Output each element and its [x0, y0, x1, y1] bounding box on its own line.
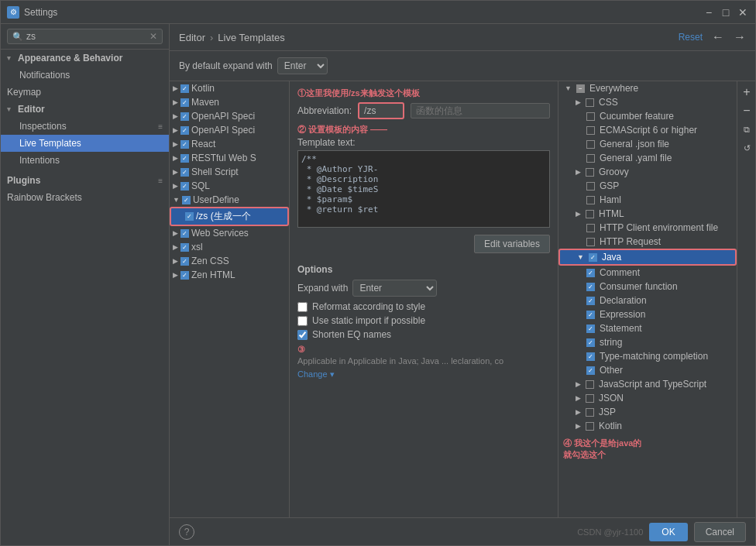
- sidebar-item-rainbow-brackets[interactable]: Rainbow Brackets: [1, 189, 169, 206]
- sidebar-item-appearance[interactable]: ▾ Appearance & Behavior: [1, 50, 169, 67]
- tree-item-webservices[interactable]: ▶ ✓ Web Services: [170, 226, 289, 240]
- check-cucumber[interactable]: [586, 112, 595, 121]
- check-groovy[interactable]: [586, 168, 594, 177]
- ctx-js-ts[interactable]: ▶ JavaScript and TypeScript: [558, 377, 737, 391]
- check-java[interactable]: ✓: [589, 253, 597, 262]
- tree-item-openapi1[interactable]: ▶ ✓ OpenAPI Speci: [170, 109, 289, 123]
- sidebar-item-live-templates[interactable]: Live Templates: [1, 135, 169, 152]
- edit-variables-button[interactable]: Edit variables: [474, 235, 550, 253]
- description-input[interactable]: [411, 103, 550, 118]
- ctx-haml[interactable]: Haml: [558, 193, 737, 207]
- tree-item-openapi2[interactable]: ▶ ✓ OpenAPI Speci: [170, 123, 289, 137]
- sidebar-item-plugins[interactable]: Plugins ≡: [1, 172, 169, 189]
- check-css[interactable]: [586, 98, 594, 107]
- sidebar-item-intentions[interactable]: Intentions: [1, 152, 169, 169]
- remove-button[interactable]: −: [739, 103, 754, 118]
- sidebar-item-inspections[interactable]: Inspections ≡: [1, 118, 169, 135]
- tree-item-shell[interactable]: ▶ ✓ Shell Script: [170, 165, 289, 179]
- maximize-button[interactable]: □: [720, 6, 732, 19]
- check-expression[interactable]: ✓: [586, 311, 595, 319]
- tree-item-userdefine[interactable]: ▼ ✓ UserDefine: [170, 193, 289, 207]
- add-button[interactable]: +: [739, 84, 754, 100]
- ok-button[interactable]: OK: [649, 523, 687, 541]
- check-consumer[interactable]: ✓: [586, 283, 595, 291]
- ctx-gsp[interactable]: GSP: [558, 179, 737, 193]
- sidebar-item-notifications[interactable]: Notifications: [1, 67, 169, 84]
- sidebar-item-editor[interactable]: ▾ Editor: [1, 101, 169, 118]
- static-import-checkbox[interactable]: [297, 316, 308, 326]
- search-input[interactable]: [26, 31, 146, 42]
- check-zs[interactable]: ✓: [185, 212, 194, 221]
- check-kotlin[interactable]: ✓: [180, 84, 189, 93]
- check-ecma6[interactable]: [586, 126, 595, 135]
- ctx-groovy[interactable]: ▶ Groovy: [558, 165, 737, 179]
- check-type-matching[interactable]: ✓: [586, 352, 595, 361]
- check-zencss[interactable]: ✓: [180, 257, 189, 266]
- ctx-general-json[interactable]: General .json file: [558, 137, 737, 151]
- check-declaration[interactable]: ✓: [586, 297, 595, 305]
- check-statement[interactable]: ✓: [586, 325, 595, 333]
- ctx-statement[interactable]: ✓ Statement: [558, 321, 737, 335]
- check-string[interactable]: ✓: [586, 338, 595, 347]
- check-html[interactable]: [586, 210, 594, 218]
- copy-button[interactable]: ⧉: [739, 122, 754, 137]
- forward-button[interactable]: →: [734, 30, 746, 44]
- abbreviation-input[interactable]: [358, 102, 404, 119]
- ctx-html[interactable]: ▶ HTML: [558, 207, 737, 221]
- check-general-json[interactable]: [586, 140, 595, 149]
- tree-item-maven[interactable]: ▶ ✓ Maven: [170, 95, 289, 109]
- check-zenhtml[interactable]: ✓: [180, 271, 189, 280]
- check-webservices[interactable]: ✓: [180, 229, 189, 238]
- ctx-declaration[interactable]: ✓ Declaration: [558, 294, 737, 307]
- reset-button[interactable]: Reset: [679, 32, 703, 43]
- tree-item-zenhtml[interactable]: ▶ ✓ Zen HTML: [170, 268, 289, 282]
- ctx-css[interactable]: ▶ CSS: [558, 95, 737, 109]
- expand-select[interactable]: Enter Tab Space: [277, 57, 328, 74]
- expand-with-select[interactable]: Enter Tab Default (Enter): [352, 280, 437, 297]
- check-openapi2[interactable]: ✓: [180, 126, 189, 135]
- sidebar-item-keymap[interactable]: Keymap: [1, 84, 169, 101]
- template-text-area[interactable]: /** * @Author YJR- * @Description * @Dat…: [297, 150, 550, 228]
- ctx-http-client[interactable]: HTTP Client environment file: [558, 221, 737, 235]
- ctx-general-yaml[interactable]: General .yaml file: [558, 151, 737, 165]
- help-button[interactable]: ?: [179, 524, 194, 540]
- minimize-button[interactable]: −: [703, 6, 715, 19]
- ctx-http-request[interactable]: HTTP Request: [558, 235, 737, 249]
- close-button[interactable]: ✕: [737, 6, 749, 19]
- ctx-everywhere[interactable]: ▼ − Everywhere: [558, 81, 737, 95]
- check-xsl[interactable]: ✓: [180, 243, 189, 252]
- back-button[interactable]: ←: [712, 30, 724, 44]
- check-comment[interactable]: ✓: [586, 269, 595, 277]
- shorten-eq-checkbox[interactable]: [297, 330, 308, 340]
- check-react[interactable]: ✓: [180, 140, 189, 149]
- ctx-string[interactable]: ✓ string: [558, 335, 737, 349]
- ctx-jsp[interactable]: ▶ JSP: [558, 405, 737, 419]
- check-http-client[interactable]: [586, 224, 595, 232]
- ctx-expression[interactable]: ✓ Expression: [558, 307, 737, 321]
- check-userdefine[interactable]: ✓: [182, 196, 191, 204]
- tree-item-kotlin[interactable]: ▶ ✓ Kotlin: [170, 81, 289, 95]
- tree-item-zencss[interactable]: ▶ ✓ Zen CSS: [170, 254, 289, 268]
- check-jsp[interactable]: [586, 408, 594, 417]
- ctx-java[interactable]: ▼ ✓ Java: [558, 249, 737, 266]
- check-json[interactable]: [586, 394, 594, 403]
- tree-item-xsl[interactable]: ▶ ✓ xsl: [170, 240, 289, 254]
- check-haml[interactable]: [586, 196, 595, 204]
- window-controls[interactable]: − □ ✕: [703, 6, 749, 19]
- ctx-kotlin[interactable]: ▶ Kotlin: [558, 419, 737, 433]
- tree-item-react[interactable]: ▶ ✓ React: [170, 137, 289, 151]
- tree-item-zs[interactable]: ✓ /zs (生成一个: [170, 207, 289, 226]
- check-openapi1[interactable]: ✓: [180, 112, 189, 121]
- check-everywhere[interactable]: −: [576, 84, 585, 93]
- ctx-type-matching[interactable]: ✓ Type-matching completion: [558, 349, 737, 363]
- change-link[interactable]: Change ▾: [297, 369, 335, 379]
- check-shell[interactable]: ✓: [180, 168, 189, 177]
- ctx-other[interactable]: ✓ Other: [558, 363, 737, 377]
- ctx-consumer[interactable]: ✓ Consumer function: [558, 280, 737, 294]
- check-restful[interactable]: ✓: [180, 154, 189, 163]
- check-maven[interactable]: ✓: [180, 98, 189, 107]
- ctx-comment[interactable]: ✓ Comment: [558, 266, 737, 280]
- check-js-ts[interactable]: [586, 380, 594, 389]
- reset-icon-button[interactable]: ↺: [739, 140, 754, 156]
- tree-item-sql[interactable]: ▶ ✓ SQL: [170, 179, 289, 193]
